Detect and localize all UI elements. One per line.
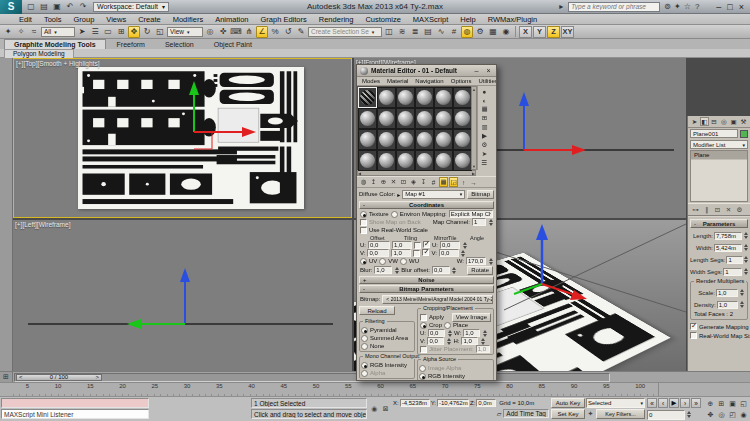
unlink-selection-icon[interactable]: ✧ bbox=[15, 26, 27, 38]
sample-slot[interactable] bbox=[434, 129, 453, 150]
u-offset-field[interactable]: 0,0 bbox=[368, 241, 390, 249]
menu-item[interactable]: Help bbox=[455, 15, 480, 24]
new-scene-icon[interactable]: ▢ bbox=[25, 1, 37, 12]
view-image-button[interactable]: View Image bbox=[452, 313, 491, 322]
menu-item[interactable]: Graph Editors bbox=[256, 15, 312, 24]
application-menu-icon[interactable]: S bbox=[0, 0, 22, 14]
time-slider-track[interactable]: < 0 / 100 > bbox=[14, 373, 610, 382]
material-editor-titlebar[interactable]: Material Editor - 01 - Default – × bbox=[357, 65, 496, 77]
vw-radio[interactable]: VW bbox=[379, 258, 398, 265]
material-editor-menu-item[interactable]: Utilities bbox=[475, 78, 497, 84]
go-to-start-button[interactable]: « bbox=[647, 398, 657, 408]
background-icon[interactable]: ▦ bbox=[479, 105, 490, 113]
parameters-rollout[interactable]: -Parameters bbox=[690, 219, 748, 228]
width-segs-field[interactable]: 1 bbox=[723, 268, 742, 276]
named-selection-set-dropdown[interactable]: Create Selection Se▾ bbox=[308, 27, 382, 37]
select-and-manipulate-icon[interactable]: ✜ bbox=[217, 26, 229, 38]
show-map-in-viewport-icon[interactable]: ▦ bbox=[439, 177, 448, 187]
maximize-button[interactable]: □ bbox=[727, 2, 732, 12]
add-time-tag[interactable]: Add Time Tag bbox=[503, 409, 549, 418]
sample-slot[interactable] bbox=[453, 129, 472, 150]
zoom-all-icon[interactable]: ⊞ bbox=[716, 398, 727, 409]
sample-slot[interactable] bbox=[453, 87, 472, 108]
sample-slot[interactable] bbox=[358, 129, 377, 150]
menu-item[interactable]: Animation bbox=[210, 15, 253, 24]
menu-item[interactable]: Views bbox=[101, 15, 131, 24]
viewport-top-label[interactable]: [+][Top][Smooth + Highlights] bbox=[16, 60, 99, 67]
select-and-scale-icon[interactable]: ◱ bbox=[154, 26, 166, 38]
alpha-image-alpha-radio[interactable]: Image Alpha bbox=[419, 364, 492, 372]
menu-item[interactable]: Create bbox=[133, 15, 166, 24]
sample-slot[interactable] bbox=[434, 108, 453, 129]
utilities-tab-icon[interactable]: ⚒ bbox=[739, 117, 748, 126]
v-angle-field[interactable]: 0,0 bbox=[439, 249, 459, 257]
workspace-dropdown[interactable]: Workspace: Default▾ bbox=[93, 2, 169, 12]
sample-slot[interactable] bbox=[415, 108, 434, 129]
viewport-top[interactable]: [+][Top][Smooth + Highlights] bbox=[13, 58, 352, 218]
menu-item[interactable]: Modifiers bbox=[168, 15, 208, 24]
previous-frame-button[interactable]: ‹ bbox=[658, 398, 668, 408]
go-to-parent-icon[interactable]: ↑ bbox=[459, 177, 468, 187]
scale-field[interactable]: 1,0 bbox=[716, 289, 738, 297]
w-angle-field[interactable]: 170,0 bbox=[466, 257, 486, 265]
length-field[interactable]: 7,758m bbox=[714, 232, 742, 240]
material-editor-menu-item[interactable]: Navigation bbox=[412, 78, 446, 84]
maxscript-listener-pink[interactable] bbox=[1, 398, 149, 408]
jitter-field[interactable]: 1,0 bbox=[476, 345, 490, 353]
current-frame-field[interactable]: 0 bbox=[647, 410, 685, 420]
remove-modifier-icon[interactable]: ✕ bbox=[724, 205, 733, 214]
select-by-material-icon[interactable]: ➤ bbox=[479, 150, 490, 158]
keyboard-override-icon[interactable]: ⌨ bbox=[230, 26, 242, 38]
mirror-icon[interactable]: ◫ bbox=[383, 26, 395, 38]
modify-tab-icon[interactable]: ◧ bbox=[700, 117, 709, 126]
sample-slot[interactable] bbox=[396, 108, 415, 129]
display-tab-icon[interactable]: ▣ bbox=[729, 117, 738, 126]
sample-slot[interactable] bbox=[377, 150, 396, 171]
reference-coordinate-dropdown[interactable]: View▾ bbox=[167, 27, 203, 37]
crop-u-field[interactable]: 0,0 bbox=[428, 329, 445, 337]
material-editor-menu-item[interactable]: Options bbox=[448, 78, 475, 84]
track-bar[interactable]: 5101520253035404550556065707580859095100 bbox=[0, 382, 750, 396]
material-editor-menu-item[interactable]: Modes bbox=[359, 78, 383, 84]
window-crossing-icon[interactable]: ⊞ bbox=[115, 26, 127, 38]
show-end-result-stack-icon[interactable]: ∥ bbox=[702, 205, 711, 214]
sample-slot[interactable] bbox=[358, 150, 377, 171]
schematic-view-icon[interactable]: # bbox=[448, 26, 460, 38]
material-map-navigator-icon[interactable]: ☰ bbox=[479, 159, 490, 167]
tab-freeform[interactable]: Freeform bbox=[108, 40, 154, 49]
save-file-icon[interactable]: ▣ bbox=[51, 1, 63, 12]
u-mirror-checkbox[interactable] bbox=[414, 242, 421, 249]
noise-rollout[interactable]: +Noise bbox=[359, 276, 494, 284]
place-radio[interactable]: Place bbox=[444, 322, 468, 329]
next-frame-arrow[interactable]: > bbox=[95, 374, 99, 380]
density-field[interactable]: 1,0 bbox=[717, 301, 738, 309]
rectangular-selection-region-icon[interactable]: ▭ bbox=[102, 26, 114, 38]
uv-texture-plane[interactable] bbox=[78, 67, 304, 209]
modifier-stack[interactable]: Plane bbox=[690, 150, 748, 202]
menu-item[interactable]: Customize bbox=[360, 15, 405, 24]
go-to-end-button[interactable]: » bbox=[691, 398, 701, 408]
prev-frame-arrow[interactable]: < bbox=[19, 374, 23, 380]
zoom-extents-icon[interactable]: ▣ bbox=[727, 398, 738, 409]
communication-center-icon[interactable]: ✦ bbox=[672, 2, 682, 11]
layer-manager-icon[interactable]: ≣ bbox=[409, 26, 421, 38]
filtering-pyramidal-radio[interactable]: Pyramidal bbox=[361, 326, 413, 334]
axis-z-button[interactable]: Z bbox=[547, 26, 560, 38]
modifier-list-dropdown[interactable]: Modifier List▾ bbox=[690, 140, 748, 149]
tab-polygon-modeling[interactable]: Polygon Modeling bbox=[4, 49, 74, 58]
reset-map-icon[interactable]: ✕ bbox=[389, 177, 398, 187]
show-end-result-icon[interactable]: ◲ bbox=[449, 177, 458, 187]
percent-snap-icon[interactable]: % bbox=[269, 26, 281, 38]
sample-type-icon[interactable]: ● bbox=[479, 87, 490, 95]
reload-button[interactable]: Reload bbox=[359, 306, 395, 315]
options-icon[interactable]: ⚙ bbox=[479, 141, 490, 149]
sample-slot[interactable] bbox=[434, 150, 453, 171]
redo-icon[interactable]: ↷ bbox=[77, 1, 89, 12]
hierarchy-tab-icon[interactable]: ⊟ bbox=[710, 117, 719, 126]
material-id-channel-icon[interactable]: # bbox=[429, 177, 438, 187]
wu-radio[interactable]: WU bbox=[400, 258, 419, 265]
menu-item[interactable]: Edit bbox=[14, 15, 37, 24]
x-coordinate-field[interactable]: -4,5238m bbox=[400, 399, 430, 407]
motion-tab-icon[interactable]: ◎ bbox=[719, 117, 728, 126]
use-real-world-scale-checkbox[interactable]: Use Real-World Scale bbox=[360, 227, 428, 234]
